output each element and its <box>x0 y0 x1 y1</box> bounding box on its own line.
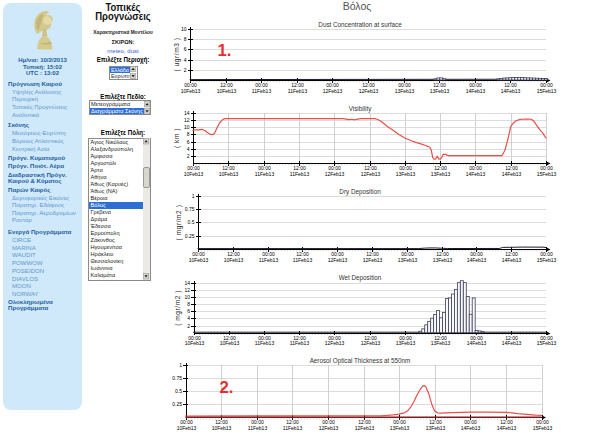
svg-text:Dust Concentration at surface: Dust Concentration at surface <box>318 21 402 28</box>
svg-text:10: 10 <box>184 294 190 300</box>
svg-text:10: 10 <box>181 26 187 32</box>
svg-text:1: 1 <box>179 362 182 368</box>
svg-text:13Feb13: 13Feb13 <box>396 171 416 177</box>
svg-text:2: 2 <box>184 67 187 73</box>
svg-text:11Feb13: 11Feb13 <box>290 340 310 346</box>
svg-text:0.75: 0.75 <box>185 206 195 212</box>
svg-text:4: 4 <box>187 146 190 152</box>
svg-text:15Feb13: 15Feb13 <box>537 88 557 94</box>
svg-text:6: 6 <box>187 139 190 145</box>
svg-text:2.: 2. <box>220 378 234 397</box>
svg-text:0.5: 0.5 <box>175 388 182 394</box>
svg-text:Dry Deposition: Dry Deposition <box>339 188 381 196</box>
svg-text:11Feb13: 11Feb13 <box>293 257 313 263</box>
svg-text:8: 8 <box>187 131 190 137</box>
svg-text:13Feb13: 13Feb13 <box>431 171 451 177</box>
svg-text:4: 4 <box>184 57 187 63</box>
svg-text:1.: 1. <box>218 41 232 60</box>
svg-text:10: 10 <box>184 124 190 130</box>
svg-text:0.25: 0.25 <box>185 233 195 239</box>
svg-text:4: 4 <box>187 315 190 321</box>
svg-text:14Feb13: 14Feb13 <box>461 425 481 431</box>
svg-text:( mgr/m2 ): ( mgr/m2 ) <box>175 205 183 241</box>
svg-text:( mgr/m2 ): ( mgr/m2 ) <box>174 290 182 326</box>
svg-text:Wet Deposition: Wet Deposition <box>339 274 382 282</box>
svg-text:12Feb13: 12Feb13 <box>359 88 379 94</box>
svg-text:12Feb13: 12Feb13 <box>363 257 383 263</box>
svg-text:0.5: 0.5 <box>188 219 195 225</box>
svg-text:13Feb13: 13Feb13 <box>390 425 410 431</box>
svg-text:12: 12 <box>184 117 190 123</box>
svg-text:13Feb13: 13Feb13 <box>431 340 451 346</box>
svg-text:Βόλος: Βόλος <box>343 0 372 12</box>
svg-text:13Feb13: 13Feb13 <box>398 257 418 263</box>
svg-text:10Feb13: 10Feb13 <box>189 257 209 263</box>
svg-text:10Feb13: 10Feb13 <box>184 171 204 177</box>
svg-text:10Feb13: 10Feb13 <box>177 425 197 431</box>
svg-text:10Feb13: 10Feb13 <box>181 88 201 94</box>
svg-text:14Feb13: 14Feb13 <box>502 257 522 263</box>
svg-text:12: 12 <box>184 287 190 293</box>
svg-text:15Feb13: 15Feb13 <box>537 257 557 263</box>
svg-text:( km ): ( km ) <box>173 128 181 148</box>
svg-text:14Feb13: 14Feb13 <box>497 425 517 431</box>
svg-text:12Feb13: 12Feb13 <box>325 171 345 177</box>
svg-text:14: 14 <box>184 110 190 116</box>
svg-text:11Feb13: 11Feb13 <box>288 88 308 94</box>
svg-text:11Feb13: 11Feb13 <box>255 340 275 346</box>
svg-text:10Feb13: 10Feb13 <box>212 425 232 431</box>
svg-text:14Feb13: 14Feb13 <box>502 340 522 346</box>
svg-text:0.75: 0.75 <box>172 375 182 381</box>
svg-text:10Feb13: 10Feb13 <box>220 340 240 346</box>
svg-text:12Feb13: 12Feb13 <box>323 88 343 94</box>
svg-text:10Feb13: 10Feb13 <box>219 171 239 177</box>
svg-text:14Feb13: 14Feb13 <box>466 88 486 94</box>
svg-text:11Feb13: 11Feb13 <box>255 171 275 177</box>
svg-text:( ugr/m3 ): ( ugr/m3 ) <box>173 37 181 71</box>
svg-text:0.25: 0.25 <box>172 401 182 407</box>
svg-text:11Feb13: 11Feb13 <box>290 171 310 177</box>
svg-text:12Feb13: 12Feb13 <box>361 171 381 177</box>
svg-text:14Feb13: 14Feb13 <box>501 88 521 94</box>
svg-text:1: 1 <box>192 193 195 199</box>
svg-text:12Feb13: 12Feb13 <box>328 257 348 263</box>
svg-text:2: 2 <box>187 153 190 159</box>
svg-text:12Feb13: 12Feb13 <box>325 340 345 346</box>
svg-text:15Feb13: 15Feb13 <box>533 425 553 431</box>
svg-text:8: 8 <box>184 36 187 42</box>
svg-text:14: 14 <box>184 280 190 286</box>
svg-text:6: 6 <box>187 308 190 314</box>
svg-text:14Feb13: 14Feb13 <box>467 257 487 263</box>
svg-text:10Feb13: 10Feb13 <box>224 257 244 263</box>
svg-text:13Feb13: 13Feb13 <box>430 88 450 94</box>
svg-text:10Feb13: 10Feb13 <box>217 88 237 94</box>
svg-text:2: 2 <box>187 323 190 329</box>
svg-text:11Feb13: 11Feb13 <box>259 257 279 263</box>
svg-text:14Feb13: 14Feb13 <box>502 171 522 177</box>
svg-text:12Feb13: 12Feb13 <box>361 340 381 346</box>
svg-text:13Feb13: 13Feb13 <box>426 425 446 431</box>
svg-text:13Feb13: 13Feb13 <box>396 340 416 346</box>
svg-text:11Feb13: 11Feb13 <box>252 88 272 94</box>
svg-text:13Feb13: 13Feb13 <box>395 88 415 94</box>
svg-text:12Feb13: 12Feb13 <box>355 425 375 431</box>
svg-text:Aerosol Optical Thickness at 5: Aerosol Optical Thickness at 550nm <box>310 357 411 365</box>
svg-text:15Feb13: 15Feb13 <box>537 171 557 177</box>
svg-text:Visibility: Visibility <box>349 105 372 113</box>
svg-text:6: 6 <box>184 46 187 52</box>
svg-text:12Feb13: 12Feb13 <box>319 425 339 431</box>
svg-text:10Feb13: 10Feb13 <box>185 340 205 346</box>
svg-text:14Feb13: 14Feb13 <box>466 171 486 177</box>
svg-text:11Feb13: 11Feb13 <box>283 425 303 431</box>
svg-text:13Feb13: 13Feb13 <box>433 257 453 263</box>
svg-text:8: 8 <box>187 301 190 307</box>
svg-text:15Feb13: 15Feb13 <box>537 340 557 346</box>
svg-text:14Feb13: 14Feb13 <box>467 340 487 346</box>
svg-text:11Feb13: 11Feb13 <box>248 425 268 431</box>
